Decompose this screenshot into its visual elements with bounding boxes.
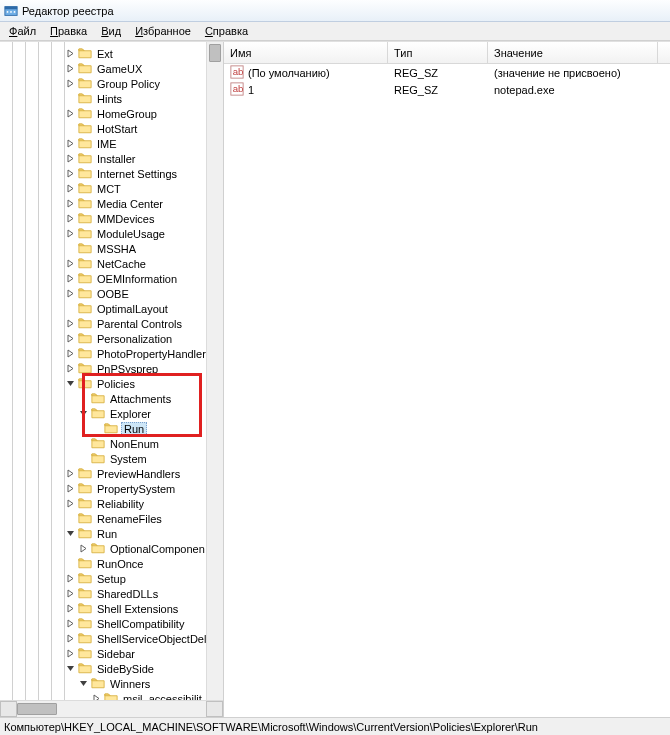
- expand-icon[interactable]: [65, 363, 76, 374]
- tree-label[interactable]: SharedDLLs: [95, 588, 160, 600]
- collapse-icon[interactable]: [78, 408, 89, 419]
- tree-node[interactable]: Policies: [0, 376, 223, 391]
- tree-hscroll-left-button[interactable]: [0, 701, 17, 717]
- tree-label[interactable]: Ext: [95, 48, 115, 60]
- tree-node[interactable]: GameUX: [0, 61, 223, 76]
- value-row[interactable]: ab1REG_SZnotepad.exe: [224, 81, 670, 98]
- tree-vscroll-thumb[interactable]: [209, 44, 221, 62]
- values-list[interactable]: ab(По умолчанию)REG_SZ(значение не присв…: [224, 64, 670, 717]
- tree-label[interactable]: Run: [121, 422, 147, 436]
- tree-label[interactable]: RunOnce: [95, 558, 145, 570]
- expand-icon[interactable]: [65, 138, 76, 149]
- tree-node[interactable]: PhotoPropertyHandler: [0, 346, 223, 361]
- tree-node[interactable]: SideBySide: [0, 661, 223, 676]
- tree-label[interactable]: MMDevices: [95, 213, 156, 225]
- tree-label[interactable]: Reliability: [95, 498, 146, 510]
- expand-icon[interactable]: [65, 468, 76, 479]
- expand-icon[interactable]: [65, 633, 76, 644]
- tree-label[interactable]: Attachments: [108, 393, 173, 405]
- tree-node[interactable]: OptionalComponen: [0, 541, 223, 556]
- tree-label[interactable]: Policies: [95, 378, 137, 390]
- tree-label[interactable]: RenameFiles: [95, 513, 164, 525]
- tree-label[interactable]: Group Policy: [95, 78, 162, 90]
- tree-label[interactable]: ModuleUsage: [95, 228, 167, 240]
- tree-node[interactable]: RunOnce: [0, 556, 223, 571]
- expand-icon[interactable]: [65, 588, 76, 599]
- tree-node[interactable]: Ext: [0, 46, 223, 61]
- expand-icon[interactable]: [65, 228, 76, 239]
- tree-node[interactable]: MSSHA: [0, 241, 223, 256]
- tree-node[interactable]: PreviewHandlers: [0, 466, 223, 481]
- tree-label[interactable]: Winners: [108, 678, 152, 690]
- menu-item-0[interactable]: Файл: [2, 23, 43, 39]
- tree-label[interactable]: MSSHA: [95, 243, 138, 255]
- tree-node[interactable]: OptimalLayout: [0, 301, 223, 316]
- tree-node[interactable]: Personalization: [0, 331, 223, 346]
- tree-node[interactable]: MMDevices: [0, 211, 223, 226]
- expand-icon[interactable]: [65, 573, 76, 584]
- expand-icon[interactable]: [65, 48, 76, 59]
- menu-item-2[interactable]: Вид: [94, 23, 128, 39]
- tree-node[interactable]: msil_accessibilit: [0, 691, 223, 700]
- tree-horizontal-scrollbar[interactable]: [0, 700, 223, 717]
- tree-node[interactable]: SharedDLLs: [0, 586, 223, 601]
- expand-icon[interactable]: [65, 198, 76, 209]
- tree-label[interactable]: ShellCompatibility: [95, 618, 186, 630]
- expand-icon[interactable]: [65, 273, 76, 284]
- menu-item-4[interactable]: Справка: [198, 23, 255, 39]
- tree-label[interactable]: Explorer: [108, 408, 153, 420]
- expand-icon[interactable]: [65, 258, 76, 269]
- expand-icon[interactable]: [65, 168, 76, 179]
- tree-label[interactable]: OEMInformation: [95, 273, 179, 285]
- tree-node[interactable]: Media Center: [0, 196, 223, 211]
- tree-node[interactable]: NonEnum: [0, 436, 223, 451]
- tree-node[interactable]: Run: [0, 421, 223, 436]
- tree-node[interactable]: ModuleUsage: [0, 226, 223, 241]
- value-row[interactable]: ab(По умолчанию)REG_SZ(значение не присв…: [224, 64, 670, 81]
- tree-label[interactable]: PhotoPropertyHandler: [95, 348, 208, 360]
- tree-vertical-scrollbar[interactable]: [206, 42, 223, 700]
- tree-label[interactable]: OptionalComponen: [108, 543, 207, 555]
- menu-item-1[interactable]: Правка: [43, 23, 94, 39]
- tree-label[interactable]: HomeGroup: [95, 108, 159, 120]
- expand-icon[interactable]: [65, 63, 76, 74]
- expand-icon[interactable]: [65, 603, 76, 614]
- tree-node[interactable]: Setup: [0, 571, 223, 586]
- tree-label[interactable]: Shell Extensions: [95, 603, 180, 615]
- expand-icon[interactable]: [65, 153, 76, 164]
- tree-label[interactable]: msil_accessibilit: [121, 693, 204, 701]
- tree-label[interactable]: ShellServiceObjectDelay: [95, 633, 220, 645]
- tree-node[interactable]: Attachments: [0, 391, 223, 406]
- tree-label[interactable]: NonEnum: [108, 438, 161, 450]
- expand-icon[interactable]: [65, 483, 76, 494]
- tree-node[interactable]: OEMInformation: [0, 271, 223, 286]
- tree-node[interactable]: NetCache: [0, 256, 223, 271]
- tree-label[interactable]: Setup: [95, 573, 128, 585]
- tree-node[interactable]: Sidebar: [0, 646, 223, 661]
- collapse-icon[interactable]: [78, 678, 89, 689]
- tree-node[interactable]: Reliability: [0, 496, 223, 511]
- expand-icon[interactable]: [65, 183, 76, 194]
- tree-label[interactable]: IME: [95, 138, 119, 150]
- tree-label[interactable]: Run: [95, 528, 119, 540]
- tree-label[interactable]: Hints: [95, 93, 124, 105]
- expand-icon[interactable]: [65, 318, 76, 329]
- tree-node[interactable]: Installer: [0, 151, 223, 166]
- column-header-value[interactable]: Значение: [488, 42, 658, 63]
- tree-node[interactable]: Parental Controls: [0, 316, 223, 331]
- column-header-name[interactable]: Имя: [224, 42, 388, 63]
- tree-label[interactable]: SideBySide: [95, 663, 156, 675]
- tree-label[interactable]: GameUX: [95, 63, 144, 75]
- tree-node[interactable]: OOBE: [0, 286, 223, 301]
- tree-label[interactable]: NetCache: [95, 258, 148, 270]
- tree-hscroll-right-button[interactable]: [206, 701, 223, 717]
- expand-icon[interactable]: [65, 288, 76, 299]
- tree-node[interactable]: Winners: [0, 676, 223, 691]
- tree-node[interactable]: MCT: [0, 181, 223, 196]
- tree-node[interactable]: Shell Extensions: [0, 601, 223, 616]
- expand-icon[interactable]: [65, 498, 76, 509]
- expand-icon[interactable]: [78, 543, 89, 554]
- tree-label[interactable]: OptimalLayout: [95, 303, 170, 315]
- menu-item-3[interactable]: Избранное: [128, 23, 198, 39]
- expand-icon[interactable]: [65, 213, 76, 224]
